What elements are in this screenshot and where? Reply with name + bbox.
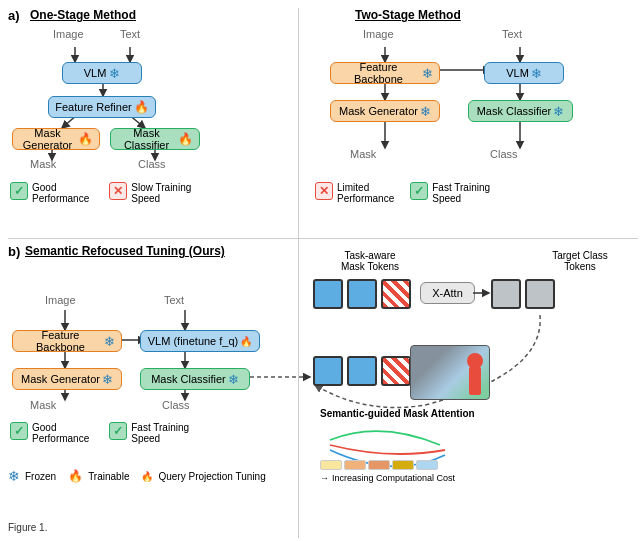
two-stage-title: Two-Stage Method — [355, 8, 461, 22]
small-image-thumbnail — [410, 345, 490, 400]
srt-performance: ✓ GoodPerformance ✓ Fast TrainingSpeed — [10, 422, 189, 444]
two-stage-mask-classifier-box: Mask Classifier ❄ — [468, 100, 573, 122]
srt-good-perf-check: ✓ — [10, 422, 28, 440]
good-perf-label: GoodPerformance — [32, 182, 89, 204]
computational-cost-area: → Increasing Computational Cost — [320, 460, 455, 483]
frozen-legend: ❄ Frozen — [8, 468, 56, 484]
one-stage-title: One-Stage Method — [30, 8, 136, 22]
vertical-divider — [298, 8, 299, 538]
srt-title: Semantic Refocused Tuning (Ours) — [25, 244, 225, 258]
semantic-guided-label: Semantic-guided Mask Attention — [320, 408, 475, 419]
horizontal-divider — [8, 238, 638, 239]
part-b-label: b) — [8, 244, 20, 259]
target-class-label: Target ClassTokens — [530, 250, 630, 272]
bottom-token-row — [312, 355, 412, 387]
two-stage-class-output: Class — [490, 148, 518, 160]
one-stage-text-label: Text — [120, 28, 140, 40]
one-stage-vlm-box: VLM ❄ — [62, 62, 142, 84]
trainable-label: Trainable — [88, 471, 129, 482]
diagram-container: a) One-Stage Method Image Text VLM ❄ Fea… — [0, 0, 640, 541]
srt-class-output: Class — [162, 399, 190, 411]
limited-perf-label: LimitedPerformance — [337, 182, 394, 204]
one-stage-feature-refiner-box: Feature Refiner 🔥 — [48, 96, 156, 118]
trainable-legend: 🔥 Trainable — [68, 469, 129, 483]
two-stage-vlm-box: VLM ❄ — [484, 62, 564, 84]
srt-image-label: Image — [45, 294, 76, 306]
fast-train-check: ✓ — [410, 182, 428, 200]
srt-text-label: Text — [164, 294, 184, 306]
srt-mask-classifier-box: Mask Classifier ❄ — [140, 368, 250, 390]
one-stage-image-label: Image — [53, 28, 84, 40]
two-stage-performance: ✕ LimitedPerformance ✓ Fast TrainingSpee… — [315, 182, 490, 204]
srt-vlm-box: VLM (finetune f_q) 🔥 — [140, 330, 260, 352]
frozen-label: Frozen — [25, 471, 56, 482]
one-stage-mask-output: Mask — [30, 158, 56, 170]
one-stage-mask-generator-box: Mask Generator 🔥 — [12, 128, 100, 150]
good-perf-check: ✓ — [10, 182, 28, 200]
one-stage-performance: ✓ GoodPerformance ✕ Slow TrainingSpeed — [10, 182, 191, 204]
token-blue-3 — [313, 356, 343, 386]
srt-fast-train-label: Fast TrainingSpeed — [131, 422, 189, 444]
one-stage-class-output: Class — [138, 158, 166, 170]
two-stage-mask-generator-box: Mask Generator ❄ — [330, 100, 440, 122]
task-aware-label: Task-awareMask Tokens — [310, 250, 430, 272]
two-stage-text-label: Text — [502, 28, 522, 40]
token-blue-4 — [347, 356, 377, 386]
token-red-2 — [381, 356, 411, 386]
srt-mask-generator-box: Mask Generator ❄ — [12, 368, 122, 390]
srt-fast-train-check: ✓ — [109, 422, 127, 440]
slow-train-label: Slow TrainingSpeed — [131, 182, 191, 204]
srt-feature-backbone-box: Feature Backbone ❄ — [12, 330, 122, 352]
srt-mask-output: Mask — [30, 399, 56, 411]
limited-perf-x: ✕ — [315, 182, 333, 200]
legend-area: ❄ Frozen 🔥 Trainable 🔥 Query Projection … — [8, 468, 266, 484]
slow-train-x: ✕ — [109, 182, 127, 200]
two-stage-mask-output: Mask — [350, 148, 376, 160]
two-stage-feature-backbone-box: Feature Backbone ❄ — [330, 62, 440, 84]
increasing-cost-label: → Increasing Computational Cost — [320, 473, 455, 483]
srt-good-perf-label: GoodPerformance — [32, 422, 89, 444]
part-a-label: a) — [8, 8, 20, 23]
query-proj-legend: 🔥 Query Projection Tuning — [141, 471, 265, 482]
two-stage-image-label: Image — [363, 28, 394, 40]
query-proj-label: Query Projection Tuning — [158, 471, 265, 482]
fast-train-label: Fast TrainingSpeed — [432, 182, 490, 204]
one-stage-mask-classifier-box: Mask Classifier 🔥 — [110, 128, 200, 150]
figure-caption: Figure 1. — [8, 522, 47, 533]
